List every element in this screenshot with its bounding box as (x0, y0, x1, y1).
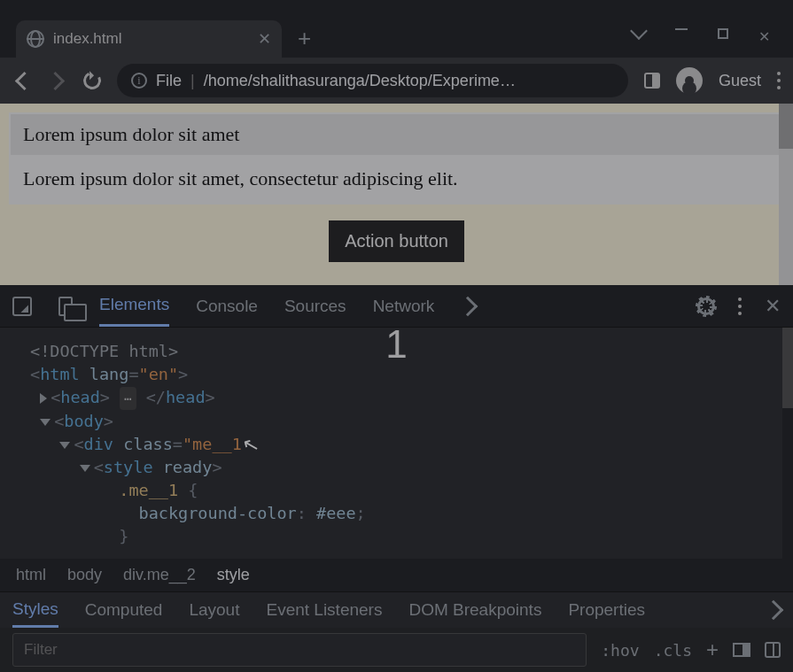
globe-icon (27, 30, 44, 48)
tab-dom-breakpoints[interactable]: DOM Breakpoints (408, 592, 541, 628)
breadcrumb-item[interactable]: div.me__2 (123, 566, 196, 584)
expand-icon[interactable] (40, 393, 47, 404)
collapse-icon[interactable] (80, 465, 90, 472)
tab-title: index.html (53, 30, 121, 48)
action-button[interactable]: Action button (329, 220, 464, 262)
tab-network[interactable]: Network (373, 285, 435, 327)
devtools-kebab-icon[interactable] (738, 297, 742, 315)
url-input[interactable]: i File | /home/shalithasuranga/Desktop/E… (117, 64, 628, 97)
step-overlay-number: 1 (385, 328, 407, 367)
styles-filter-row: :hov .cls + (0, 628, 793, 672)
div-tag[interactable]: div (84, 435, 113, 453)
inspect-icon[interactable] (12, 297, 32, 316)
gear-icon[interactable] (697, 297, 715, 315)
page-scrollbar[interactable] (779, 104, 793, 285)
styles-tabbar: Styles Computed Layout Event Listeners D… (0, 592, 793, 628)
styles-panel: Styles Computed Layout Event Listeners D… (0, 591, 793, 672)
devtools: Elements Console Sources Network ✕ 1 ↖ <… (0, 285, 793, 672)
page-heading: Lorem ipsum dolor sit amet (11, 114, 782, 155)
window-close-icon[interactable]: ✕ (758, 28, 770, 45)
profile-label: Guest (719, 72, 761, 90)
url-scheme: File (156, 72, 182, 90)
css-property[interactable]: background-color (139, 504, 297, 522)
new-tab-button[interactable]: + (282, 25, 327, 58)
tab-styles[interactable]: Styles (12, 592, 58, 628)
site-info-icon[interactable]: i (131, 73, 147, 89)
tab-console[interactable]: Console (196, 285, 258, 327)
forward-button (48, 71, 67, 90)
url-path: /home/shalithasuranga/Desktop/Experime… (204, 72, 516, 90)
style-tag[interactable]: style (104, 458, 153, 476)
chevron-down-icon[interactable] (630, 22, 648, 40)
url-separator: | (190, 72, 195, 90)
dom-breadcrumb: html body div.me__2 style (0, 559, 793, 591)
content-box: Lorem ipsum dolor sit amet Lorem ipsum d… (9, 112, 784, 205)
doctype-node[interactable]: <!DOCTYPE html> (30, 342, 178, 360)
hov-toggle[interactable]: :hov (601, 641, 639, 660)
page-viewport: Lorem ipsum dolor sit amet Lorem ipsum d… (0, 104, 793, 285)
window-controls: ✕ (617, 28, 786, 58)
kebab-menu-icon[interactable] (777, 72, 781, 89)
computed-sidebar-icon[interactable] (733, 643, 750, 657)
maximize-icon[interactable] (718, 28, 728, 39)
breadcrumb-item[interactable]: style (217, 566, 250, 584)
tab-elements[interactable]: Elements (99, 285, 169, 327)
head-tag[interactable]: head (60, 388, 100, 406)
breadcrumb-item[interactable]: body (67, 566, 102, 584)
devtools-close-icon[interactable]: ✕ (765, 295, 781, 318)
html-tag[interactable]: html (40, 365, 80, 383)
minimize-icon[interactable] (675, 28, 688, 45)
page-paragraph: Lorem ipsum dolor sit amet, consectetur … (11, 155, 782, 203)
collapse-icon[interactable] (59, 442, 70, 449)
body-tag[interactable]: body (64, 412, 104, 430)
more-tabs-icon[interactable] (458, 296, 478, 316)
devtools-tabbar: Elements Console Sources Network ✕ (0, 285, 793, 328)
button-row: Action button (9, 205, 784, 278)
person-icon (685, 76, 694, 85)
address-bar: i File | /home/shalithasuranga/Desktop/E… (0, 58, 793, 104)
scrollbar-thumb[interactable] (782, 328, 793, 408)
filter-input[interactable] (12, 633, 587, 667)
profile-avatar[interactable] (676, 67, 703, 94)
rendering-panel-icon[interactable] (765, 642, 781, 658)
tab-layout[interactable]: Layout (189, 592, 239, 628)
breadcrumb-item[interactable]: html (16, 566, 46, 584)
tab-sources[interactable]: Sources (284, 285, 346, 327)
reload-icon[interactable] (81, 69, 104, 92)
device-toolbar-icon[interactable] (58, 297, 73, 316)
scrollbar-thumb[interactable] (779, 104, 793, 149)
tab-event-listeners[interactable]: Event Listeners (266, 592, 382, 628)
collapse-icon[interactable] (40, 419, 51, 426)
browser-titlebar: index.html ✕ + ✕ (0, 0, 793, 58)
tab-properties[interactable]: Properties (568, 592, 645, 628)
ellipsis-icon[interactable]: ⋯ (120, 387, 136, 410)
tab-computed[interactable]: Computed (85, 592, 163, 628)
browser-tab[interactable]: index.html ✕ (16, 20, 282, 58)
side-panel-icon[interactable] (644, 73, 660, 89)
more-panels-icon[interactable] (764, 600, 784, 621)
back-button[interactable] (12, 71, 32, 90)
tree-scrollbar[interactable] (782, 328, 793, 559)
new-style-rule-icon[interactable]: + (706, 637, 719, 662)
close-tab-icon[interactable]: ✕ (258, 29, 271, 49)
css-value[interactable]: #eee (316, 504, 356, 522)
elements-tree-panel: 1 ↖ <!DOCTYPE html> <html lang="en"> <he… (0, 328, 793, 559)
cls-toggle[interactable]: .cls (654, 641, 692, 660)
css-selector[interactable]: .me__1 (119, 481, 178, 499)
